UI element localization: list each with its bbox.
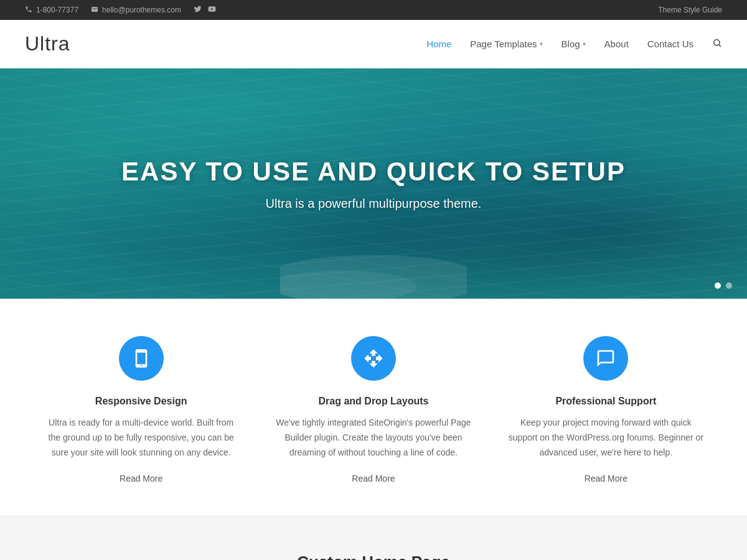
top-bar: 1-800-77377 hello@purothemes.com Theme S… xyxy=(0,0,747,20)
email-address: hello@purothemes.com xyxy=(102,6,181,14)
social-icons xyxy=(194,5,216,15)
twitter-icon[interactable] xyxy=(194,5,202,15)
feature-support-title: Professional Support xyxy=(555,396,656,407)
phone-item: 1-800-77377 xyxy=(25,6,78,15)
features-section: Responsive Design Ultra is ready for a m… xyxy=(0,299,747,515)
responsive-icon xyxy=(119,336,164,381)
logo[interactable]: Ultra xyxy=(25,32,70,55)
feature-drag-drop-desc: We've tightly integrated SiteOrigin's po… xyxy=(274,416,473,460)
hero-content: EASY TO USE AND QUICK TO SETUP Ultra is … xyxy=(121,157,626,211)
svg-point-0 xyxy=(714,39,720,45)
bottom-section: Custom Home Page xyxy=(0,515,747,560)
feature-responsive-title: Responsive Design xyxy=(95,396,187,407)
nav-page-templates[interactable]: Page Templates ▾ xyxy=(470,39,542,49)
nav: Home Page Templates ▾ Blog ▾ About Conta… xyxy=(426,38,722,50)
feature-drag-drop: Drag and Drop Layouts We've tightly inte… xyxy=(261,336,486,484)
nav-blog[interactable]: Blog ▾ xyxy=(561,39,586,49)
search-button[interactable] xyxy=(712,38,722,50)
hero-dots xyxy=(715,282,732,289)
feature-drag-drop-link[interactable]: Read More xyxy=(352,474,395,484)
hero-dot-1[interactable] xyxy=(715,282,721,289)
drag-drop-icon xyxy=(351,336,396,381)
hero-title: EASY TO USE AND QUICK TO SETUP xyxy=(121,157,626,187)
feature-support: Professional Support Keep your project m… xyxy=(494,336,718,484)
email-item: hello@purothemes.com xyxy=(91,6,181,15)
top-bar-left: 1-800-77377 hello@purothemes.com xyxy=(25,5,216,15)
chevron-down-icon: ▾ xyxy=(583,40,586,47)
nav-about[interactable]: About xyxy=(604,39,629,49)
feature-drag-drop-title: Drag and Drop Layouts xyxy=(319,396,429,407)
feature-responsive-link[interactable]: Read More xyxy=(120,474,162,484)
phone-icon xyxy=(25,6,32,15)
hero-section: EASY TO USE AND QUICK TO SETUP Ultra is … xyxy=(0,68,747,299)
header: Ultra Home Page Templates ▾ Blog ▾ About… xyxy=(0,20,747,68)
feature-responsive-desc: Ultra is ready for a multi-device world.… xyxy=(42,416,241,460)
hero-dot-2[interactable] xyxy=(726,282,732,289)
youtube-icon[interactable] xyxy=(208,5,216,15)
phone-number: 1-800-77377 xyxy=(36,6,78,14)
bottom-title: Custom Home Page xyxy=(25,553,722,560)
hero-subtitle: Ultra is a powerful multipurpose theme. xyxy=(121,197,626,211)
feature-support-link[interactable]: Read More xyxy=(585,474,627,484)
chevron-down-icon: ▾ xyxy=(540,40,543,47)
email-icon xyxy=(91,6,98,15)
support-icon xyxy=(583,336,628,381)
feature-support-desc: Keep your project moving forward with qu… xyxy=(506,416,705,460)
feature-responsive: Responsive Design Ultra is ready for a m… xyxy=(29,336,253,484)
style-guide-link[interactable]: Theme Style Guide xyxy=(658,6,722,14)
nav-contact[interactable]: Contact Us xyxy=(647,39,693,49)
nav-home[interactable]: Home xyxy=(426,39,451,49)
